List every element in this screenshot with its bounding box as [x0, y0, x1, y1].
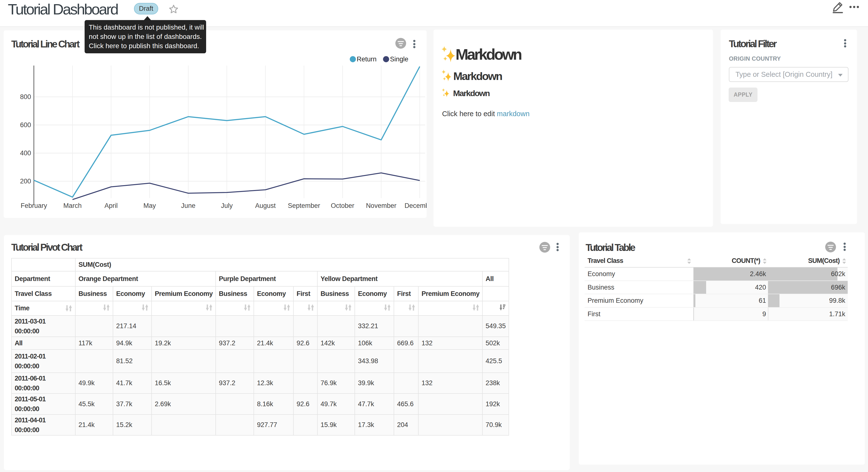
svg-text:200: 200: [20, 178, 31, 185]
svg-text:September: September: [288, 202, 320, 209]
svg-text:February: February: [21, 202, 47, 209]
svg-text:June: June: [181, 202, 196, 209]
svg-text:April: April: [104, 202, 118, 209]
svg-text:July: July: [221, 202, 233, 209]
svg-text:August: August: [255, 202, 276, 209]
svg-text:May: May: [144, 202, 156, 209]
svg-text:December: December: [404, 202, 427, 209]
svg-text:Return: Return: [357, 56, 376, 63]
svg-text:Single: Single: [390, 56, 408, 63]
svg-text:600: 600: [20, 121, 31, 129]
svg-text:November: November: [366, 202, 397, 209]
svg-text:800: 800: [20, 93, 31, 100]
svg-text:October: October: [331, 202, 354, 209]
svg-text:400: 400: [20, 149, 31, 157]
svg-text:March: March: [63, 202, 82, 209]
